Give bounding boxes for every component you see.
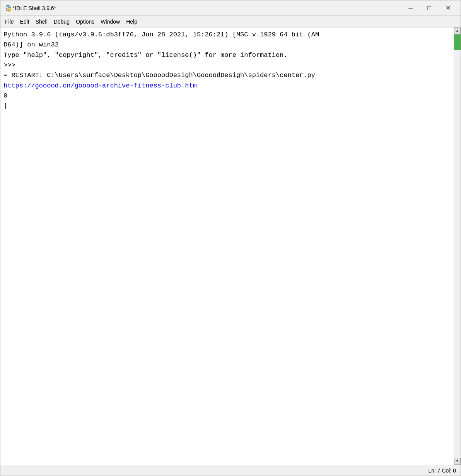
- idle-window: *IDLE Shell 3.9.6* ─ □ ✕ File Edit Shell…: [0, 0, 461, 476]
- menu-bar: File Edit Shell Debug Options Window Hel…: [0, 16, 461, 27]
- active-prompt: |: [3, 101, 451, 111]
- output-line-3: Type "help", "copyright", "credits" or "…: [3, 50, 451, 60]
- close-button[interactable]: ✕: [439, 2, 457, 14]
- menu-options[interactable]: Options: [73, 17, 97, 26]
- url-line: https://gooood.cn/gooood-archive-fitness…: [3, 81, 451, 91]
- python-icon: [4, 4, 13, 12]
- status-bar: Ln: 7 Col: 0: [0, 465, 461, 476]
- window-controls: ─ □ ✕: [402, 2, 457, 14]
- menu-edit[interactable]: Edit: [17, 17, 32, 26]
- svg-point-0: [7, 6, 8, 7]
- menu-debug[interactable]: Debug: [51, 17, 73, 26]
- minimize-button[interactable]: ─: [402, 2, 420, 14]
- prompt-line: >>>: [3, 60, 451, 70]
- restart-line: = RESTART: C:\Users\surface\Desktop\Gooo…: [3, 70, 451, 80]
- scrollbar-thumb-area: [454, 34, 461, 458]
- output-line-2: D64)] on win32: [3, 40, 451, 50]
- shell-container: Python 3.9.6 (tags/v3.9.6:db3ff76, Jun 2…: [0, 27, 461, 465]
- scrollbar-track: ▲ ▼: [454, 27, 461, 465]
- menu-help[interactable]: Help: [123, 17, 140, 26]
- title-bar: *IDLE Shell 3.9.6* ─ □ ✕: [0, 0, 461, 16]
- scrollbar-up-button[interactable]: ▲: [454, 27, 461, 34]
- scrollbar-thumb[interactable]: [454, 34, 461, 50]
- menu-window[interactable]: Window: [97, 17, 123, 26]
- shell-output[interactable]: Python 3.9.6 (tags/v3.9.6:db3ff76, Jun 2…: [0, 27, 454, 465]
- window-title: *IDLE Shell 3.9.6*: [13, 5, 402, 11]
- scrollbar-down-button[interactable]: ▼: [454, 458, 461, 465]
- svg-point-1: [9, 9, 10, 10]
- output-line-1: Python 3.9.6 (tags/v3.9.6:db3ff76, Jun 2…: [3, 30, 451, 40]
- menu-shell[interactable]: Shell: [32, 17, 51, 26]
- cursor-position: Ln: 7 Col: 0: [428, 467, 456, 474]
- url-text[interactable]: https://gooood.cn/gooood-archive-fitness…: [3, 82, 197, 89]
- maximize-button[interactable]: □: [420, 2, 438, 14]
- menu-file[interactable]: File: [2, 17, 17, 26]
- output-number-line: 0: [3, 91, 451, 101]
